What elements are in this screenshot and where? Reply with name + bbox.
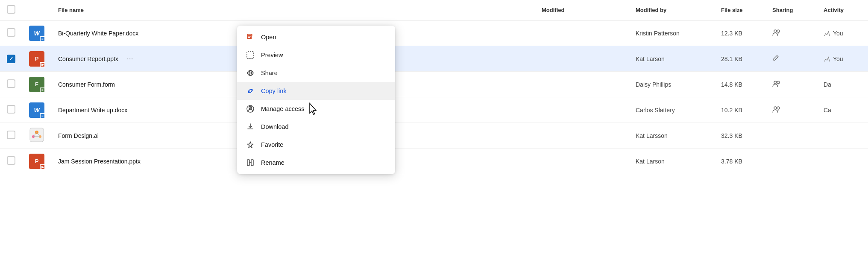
share-icon bbox=[246, 68, 255, 78]
row-icon-cell: W ≡ bbox=[22, 20, 51, 46]
svg-rect-6 bbox=[30, 128, 44, 142]
manageaccess-icon bbox=[246, 104, 255, 114]
row-activity-text: Ca bbox=[824, 107, 831, 114]
col-header-icon bbox=[22, 0, 51, 20]
svg-point-0 bbox=[774, 30, 777, 32]
select-all-checkbox[interactable] bbox=[7, 5, 15, 14]
row-checkbox[interactable] bbox=[7, 105, 15, 114]
table-row[interactable]: Form Design.ai Kat Larsson32.3 KB bbox=[0, 123, 868, 149]
row-modifiedby-cell: Kat Larson bbox=[629, 149, 714, 174]
menu-item-open-label: Open bbox=[261, 34, 276, 41]
row-modifiedby-cell: Kristin Patterson bbox=[629, 20, 714, 46]
row-checkbox-cell bbox=[0, 72, 22, 97]
row-sharing-cell bbox=[765, 97, 817, 123]
row-filesize-cell: 10.2 KB bbox=[714, 97, 765, 123]
row-modified-cell bbox=[535, 97, 629, 123]
row-activity-cell: You bbox=[817, 46, 868, 72]
row-modifiedby-cell: Kat Larsson bbox=[629, 123, 714, 149]
row-icon-cell: W ≡ bbox=[22, 97, 51, 123]
menu-item-copylink[interactable]: Copy link bbox=[237, 82, 395, 100]
row-filesize-text: 10.2 KB bbox=[721, 107, 742, 114]
row-filesize-text: 12.3 KB bbox=[721, 30, 742, 37]
menu-item-rename[interactable]: Rename bbox=[237, 154, 395, 172]
row-modifiedby-cell: Kat Larson bbox=[629, 46, 714, 72]
row-filename-text: Consumer Report.pptx bbox=[58, 55, 118, 62]
col-header-filesize: File size bbox=[714, 0, 765, 20]
row-more-options[interactable]: ··· bbox=[127, 54, 133, 63]
row-filesize-cell: 14.8 KB bbox=[714, 72, 765, 97]
row-checkbox[interactable] bbox=[7, 156, 15, 165]
sharing-people-icon bbox=[772, 107, 781, 114]
menu-item-open[interactable]: Open bbox=[237, 28, 395, 46]
svg-point-2 bbox=[774, 81, 777, 84]
row-sharing-cell bbox=[765, 123, 817, 149]
row-modifiedby-text: Kat Larson bbox=[636, 158, 665, 165]
menu-item-preview[interactable]: Preview bbox=[237, 46, 395, 64]
row-sharing-cell bbox=[765, 72, 817, 97]
favorite-icon bbox=[246, 140, 255, 149]
table-row[interactable]: W ≡ Bi-Quarterly White Paper.docx Kristi… bbox=[0, 20, 868, 46]
row-modifiedby-text: Daisy Phillips bbox=[636, 81, 671, 88]
row-checkbox-cell bbox=[0, 149, 22, 174]
row-icon-cell: F ≡ bbox=[22, 72, 51, 97]
row-checkbox[interactable] bbox=[7, 131, 15, 139]
ppt-file-icon: P ▶ bbox=[29, 51, 44, 67]
col-header-sharing: Sharing bbox=[765, 0, 817, 20]
table-row[interactable]: P ▶ Jam Session Presentation.pptx Kat La… bbox=[0, 149, 868, 174]
row-checkbox[interactable] bbox=[7, 55, 15, 63]
edit-icon bbox=[772, 55, 779, 63]
row-modifiedby-text: Kristin Patterson bbox=[636, 30, 680, 37]
row-filename-text: Bi-Quarterly White Paper.docx bbox=[58, 30, 138, 37]
menu-item-favorite[interactable]: Favorite bbox=[237, 136, 395, 154]
row-modifiedby-text: Carlos Slattery bbox=[636, 107, 675, 114]
row-modified-cell bbox=[535, 20, 629, 46]
context-menu: Open Preview Share bbox=[237, 26, 395, 174]
row-filesize-text: 14.8 KB bbox=[721, 81, 742, 88]
form-file-icon: F ≡ bbox=[29, 77, 44, 92]
row-checkbox[interactable] bbox=[7, 79, 15, 88]
row-checkbox-cell bbox=[0, 123, 22, 149]
row-modified-cell bbox=[535, 72, 629, 97]
row-modified-cell bbox=[535, 149, 629, 174]
svg-rect-16 bbox=[248, 37, 250, 38]
row-checkbox-cell bbox=[0, 46, 22, 72]
row-checkbox-cell bbox=[0, 97, 22, 123]
row-checkbox[interactable] bbox=[7, 28, 15, 37]
table-row[interactable]: P ▶ Consumer Report.pptx ··· Kat Larson2… bbox=[0, 46, 868, 72]
svg-point-5 bbox=[777, 107, 780, 109]
menu-item-download-label: Download bbox=[261, 123, 289, 130]
row-modified-cell bbox=[535, 123, 629, 149]
table-header-row: File name Modified Modified by File size… bbox=[0, 0, 868, 20]
row-filesize-text: 32.3 KB bbox=[721, 132, 742, 139]
col-header-modified: Modified bbox=[535, 0, 629, 20]
svg-point-1 bbox=[777, 30, 780, 32]
menu-item-download[interactable]: Download bbox=[237, 118, 395, 136]
svg-rect-21 bbox=[251, 160, 253, 166]
row-modified-cell bbox=[535, 46, 629, 72]
row-filesize-cell: 3.78 KB bbox=[714, 149, 765, 174]
menu-item-copylink-label: Copy link bbox=[261, 88, 287, 94]
row-filesize-cell: 32.3 KB bbox=[714, 123, 765, 149]
col-header-checkbox[interactable] bbox=[0, 0, 22, 20]
menu-item-share[interactable]: Share bbox=[237, 64, 395, 82]
col-header-filename: File name bbox=[51, 0, 535, 20]
word-file-icon: W ≡ bbox=[29, 26, 44, 41]
table-row[interactable]: F ≡ Consumer Form.form Daisy Phillips14.… bbox=[0, 72, 868, 97]
row-icon-cell: P ▶ bbox=[22, 149, 51, 174]
row-activity-cell bbox=[817, 149, 868, 174]
file-table: File name Modified Modified by File size… bbox=[0, 0, 868, 174]
row-modifiedby-cell: Daisy Phillips bbox=[629, 72, 714, 97]
row-modifiedby-text: Kat Larsson bbox=[636, 132, 668, 139]
row-filename-text: Consumer Form.form bbox=[58, 81, 115, 88]
table-row[interactable]: W ≡ Department Write up.docx Carlos Slat… bbox=[0, 97, 868, 123]
col-header-modifiedby: Modified by bbox=[629, 0, 714, 20]
row-sharing-cell bbox=[765, 149, 817, 174]
row-activity-cell: You bbox=[817, 20, 868, 46]
menu-item-rename-label: Rename bbox=[261, 159, 284, 166]
row-filesize-cell: 28.1 KB bbox=[714, 46, 765, 72]
menu-item-manageaccess[interactable]: Manage access bbox=[237, 100, 395, 118]
row-sharing-cell bbox=[765, 20, 817, 46]
row-activity-text: You bbox=[824, 30, 861, 37]
row-icon-cell: P ▶ bbox=[22, 46, 51, 72]
col-header-activity: Activity bbox=[817, 0, 868, 20]
